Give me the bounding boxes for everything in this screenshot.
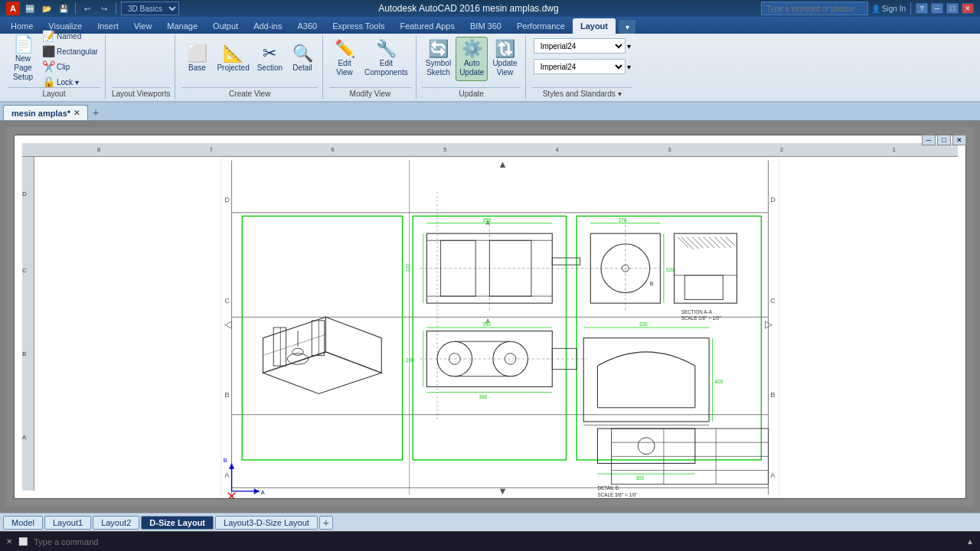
style-dropdown-arrow-1[interactable]: ▾	[627, 42, 631, 51]
projected-icon: 📐	[223, 45, 243, 62]
symbol-sketch-button[interactable]: 🔄 SymbolSketch	[423, 37, 454, 81]
modify-view-content: ✏️ EditView 🔧 EditComponents	[329, 37, 411, 86]
update-content: 🔄 SymbolSketch ⚙️ AutoUpdate 🔃 UpdateVie…	[423, 37, 521, 86]
cmd-expand-btn[interactable]: ⬜	[18, 537, 28, 546]
detail-button[interactable]: 🔍 Detail	[287, 37, 318, 81]
symbol-sketch-icon: 🔄	[428, 41, 449, 57]
tab-a360[interactable]: A360	[289, 18, 325, 34]
svg-text:300: 300	[635, 475, 644, 481]
ruler-h-8: 8	[97, 146, 100, 153]
tab-addins[interactable]: Add-ins	[246, 18, 289, 34]
ruler-v-c: C	[22, 267, 27, 274]
tab-featured[interactable]: Featured Apps	[392, 18, 462, 34]
svg-text:◁: ◁	[224, 318, 232, 330]
edit-view-button[interactable]: ✏️ EditView	[329, 37, 360, 81]
layout-tab-layout1[interactable]: Layout1	[44, 516, 91, 530]
style-dropdown-arrow-2[interactable]: ▾	[627, 63, 631, 71]
add-doc-tab[interactable]: +	[88, 105, 103, 120]
qa-redo[interactable]: ↪	[97, 2, 111, 15]
ribbon: 📄 NewPageSetup 📝 Named ⬛ Rectangular ✂️ …	[0, 34, 980, 103]
add-layout-button[interactable]: +	[319, 516, 333, 530]
command-input[interactable]	[34, 537, 960, 546]
sign-in-button[interactable]: 👤 Sign In	[871, 5, 906, 13]
auto-update-button[interactable]: ⚙️ AutoUpdate	[456, 37, 488, 81]
ruler-v-d: D	[22, 191, 27, 197]
layout-tab-model[interactable]: Model	[3, 516, 43, 530]
svg-text:380: 380	[479, 394, 488, 399]
svg-text:320: 320	[666, 267, 675, 272]
maximize-button[interactable]: □	[946, 3, 959, 14]
tab-performance[interactable]: Performance	[509, 18, 573, 34]
rectangular-label: Rectangular	[57, 47, 98, 56]
svg-text:B: B	[224, 457, 227, 464]
svg-text:C: C	[770, 297, 776, 305]
svg-text:270: 270	[619, 217, 627, 223]
svg-text:B: B	[770, 391, 775, 399]
section-button[interactable]: ✂ Section	[254, 37, 286, 81]
svg-text:A: A	[261, 489, 265, 496]
tab-express[interactable]: Express Tools	[325, 18, 392, 34]
dwg-restore[interactable]: □	[937, 135, 951, 145]
tab-view[interactable]: View	[126, 18, 160, 34]
qa-save[interactable]: 💾	[57, 2, 70, 15]
minimize-button[interactable]: ─	[931, 3, 943, 14]
drawing-canvas[interactable]: ─ □ ✕ 8 7 6 5 4 3 2 1 D C B A	[6, 127, 974, 507]
detail-label: Detail	[292, 64, 312, 73]
doc-tab-mesin[interactable]: mesin amplas* ✕	[3, 105, 88, 120]
clip-button[interactable]: ✂️ Clip	[40, 60, 100, 73]
auto-update-icon: ⚙️	[462, 41, 482, 57]
layout-dropdown-btn[interactable]: ▾	[619, 20, 635, 34]
tab-manage[interactable]: Manage	[159, 18, 205, 34]
help-button[interactable]: ?	[916, 3, 928, 14]
base-button[interactable]: ⬜ Base	[181, 37, 212, 81]
svg-text:C: C	[224, 297, 230, 305]
ruler-h-7: 7	[209, 146, 212, 153]
close-button[interactable]: ✕	[962, 3, 974, 14]
tab-layout[interactable]: Layout	[573, 18, 616, 34]
cmd-close-btn[interactable]: ✕	[6, 537, 12, 546]
layout-tab-d-size[interactable]: D-Size Layout	[141, 516, 214, 530]
section-icon: ✂	[263, 45, 276, 62]
dwg-minimize[interactable]: ─	[922, 135, 936, 145]
edit-components-button[interactable]: 🔧 EditComponents	[361, 37, 411, 81]
projected-button[interactable]: 📐 Projected	[214, 37, 252, 81]
qa-new[interactable]: 🆕	[23, 2, 37, 15]
search-input[interactable]	[761, 2, 868, 15]
svg-text:A: A	[224, 471, 230, 479]
ribbon-group-layout: 📄 NewPageSetup 📝 Named ⬛ Rectangular ✂️ …	[3, 35, 106, 99]
ruler-h-2: 2	[780, 146, 783, 153]
named-button[interactable]: 📝 Named	[40, 29, 100, 43]
qa-undo[interactable]: ↩	[80, 2, 94, 15]
person-icon: 👤	[871, 5, 880, 13]
symbol-sketch-label: SymbolSketch	[426, 59, 451, 77]
svg-text:SCALE 3/8" = 1/0": SCALE 3/8" = 1/0"	[597, 492, 637, 497]
svg-text:▲: ▲	[498, 158, 508, 170]
tab-home[interactable]: Home	[3, 18, 41, 34]
drawing-window-controls: ─ □ ✕	[922, 135, 966, 145]
new-page-label: NewPageSetup	[13, 54, 33, 82]
layout-tab-layout3[interactable]: Layout3-D-Size Layout	[215, 516, 318, 530]
cmd-scroll-btn[interactable]: ▲	[966, 537, 974, 546]
workspace-dropdown[interactable]: 3D Basics	[121, 2, 179, 15]
svg-text:350: 350	[482, 217, 491, 223]
style-select-1[interactable]: Imperial24	[534, 38, 626, 54]
section-label: Section	[257, 64, 283, 73]
update-view-button[interactable]: 🔃 UpdateView	[489, 37, 520, 81]
new-page-setup-button[interactable]: 📄 NewPageSetup	[8, 37, 38, 81]
doc-tabs: mesin amplas* ✕ +	[0, 103, 980, 121]
doc-tab-close[interactable]: ✕	[74, 109, 80, 117]
qa-sep2	[116, 2, 116, 15]
ribbon-group-layout-content: 📄 NewPageSetup 📝 Named ⬛ Rectangular ✂️ …	[8, 37, 100, 86]
style-select-2[interactable]: Imperial24	[534, 59, 626, 74]
tab-output[interactable]: Output	[205, 18, 246, 34]
layout-tab-layout2[interactable]: Layout2	[93, 516, 139, 530]
dwg-close[interactable]: ✕	[952, 135, 966, 145]
base-icon: ⬜	[187, 45, 207, 62]
drawing-svg: D D C C B B A A	[34, 157, 965, 498]
rectangular-button[interactable]: ⬛ Rectangular	[40, 44, 100, 58]
svg-text:SCALE 1/8" = 1/0": SCALE 1/8" = 1/0"	[681, 315, 721, 321]
tab-bim360[interactable]: BIM 360	[462, 18, 509, 34]
qa-open[interactable]: 📂	[40, 2, 54, 15]
update-view-icon: 🔃	[495, 41, 515, 57]
new-page-icon: 📄	[13, 36, 34, 53]
